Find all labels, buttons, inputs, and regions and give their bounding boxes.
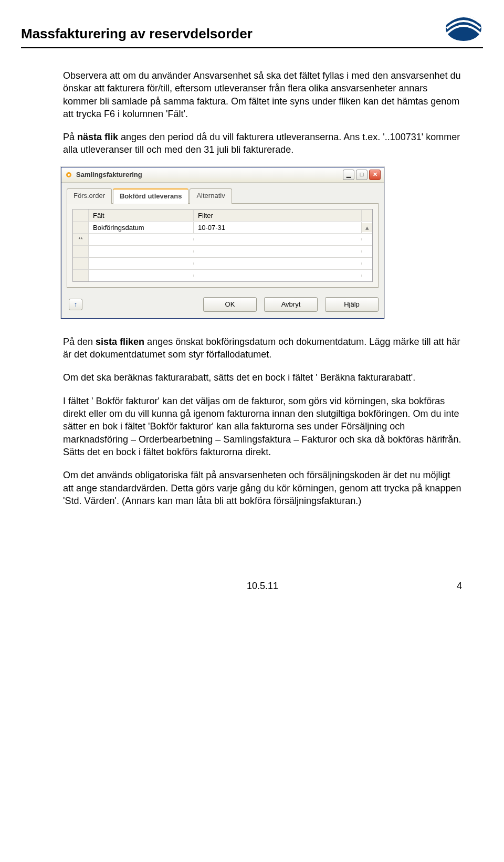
dialog-tabpanel: Fält Filter Bokföringsdatum 10-07-31 ▴ *… bbox=[67, 203, 379, 288]
window-minimize-button[interactable]: ▁ bbox=[343, 170, 354, 180]
p3-bold: sista fliken bbox=[96, 337, 144, 347]
body-paragraph-4: Om det ska beräknas fakturarabatt, sätts… bbox=[63, 371, 462, 384]
arrow-up-icon: ↑ bbox=[74, 300, 78, 309]
body-paragraph-6: Om det används obligatoriska fält på ans… bbox=[63, 469, 462, 507]
grid-new-row[interactable]: ** bbox=[73, 234, 372, 246]
body-paragraph-5: I fältet ' Bokför fakturor' kan det välj… bbox=[63, 395, 462, 458]
filter-grid: Fält Filter Bokföringsdatum 10-07-31 ▴ *… bbox=[72, 209, 373, 282]
dialog-titlebar[interactable]: Samlingsfakturering ▁ □ ✕ bbox=[61, 167, 384, 183]
tab-forsorder[interactable]: Förs.order bbox=[67, 188, 112, 204]
page-title: Massfakturering av reservdelsorder bbox=[21, 26, 253, 42]
grid-cell-blank2 bbox=[194, 250, 362, 253]
body-paragraph-1: Observera att om du använder Ansvarsenhe… bbox=[63, 69, 462, 120]
grid-header-field[interactable]: Fält bbox=[89, 210, 194, 222]
ok-button[interactable]: OK bbox=[203, 297, 257, 312]
close-icon: ✕ bbox=[373, 171, 377, 178]
grid-header-row: Fält Filter bbox=[73, 209, 372, 222]
company-logo bbox=[444, 15, 483, 42]
body-paragraph-3: På den sista fliken anges önskat bokföri… bbox=[63, 335, 462, 361]
grid-row-header-blank bbox=[73, 270, 89, 281]
grid-new-row-marker: ** bbox=[73, 234, 89, 245]
dialog-title: Samlingsfakturering bbox=[76, 170, 142, 180]
grid-cell-empty-field[interactable] bbox=[89, 238, 194, 240]
tab-bokford-utleverans[interactable]: Bokförd utleverans bbox=[113, 188, 188, 204]
window-close-button[interactable]: ✕ bbox=[369, 170, 381, 180]
p2-post: anges den period då du vill fakturera ut… bbox=[63, 132, 460, 155]
tab-alternativ[interactable]: Alternativ bbox=[190, 188, 232, 204]
grid-data-row[interactable]: Bokföringsdatum 10-07-31 ▴ bbox=[73, 222, 372, 234]
grid-cell-field[interactable]: Bokföringsdatum bbox=[89, 222, 194, 234]
window-maximize-button[interactable]: □ bbox=[356, 170, 368, 180]
p3-pre: På den bbox=[63, 337, 96, 347]
move-up-button[interactable]: ↑ bbox=[69, 299, 82, 310]
grid-cell-filter[interactable]: 10-07-31 bbox=[194, 222, 362, 234]
grid-corner bbox=[73, 209, 89, 221]
grid-cell-blank1 bbox=[89, 275, 194, 277]
grid-cell-blank1 bbox=[89, 250, 194, 253]
p2-pre: På bbox=[63, 132, 77, 142]
dialog-tabs: Förs.order Bokförd utleverans Alternativ bbox=[61, 183, 384, 204]
dialog-window: Samlingsfakturering ▁ □ ✕ Förs.order Bok… bbox=[61, 167, 384, 319]
grid-cell-empty-filter[interactable] bbox=[194, 238, 362, 240]
help-button[interactable]: Hjälp bbox=[325, 297, 379, 312]
grid-blank-row bbox=[73, 258, 372, 270]
svg-point-2 bbox=[68, 174, 70, 176]
footer-page-number: 4 bbox=[457, 581, 462, 592]
minimize-icon: ▁ bbox=[346, 171, 351, 178]
gear-icon bbox=[65, 171, 73, 179]
grid-row-header[interactable] bbox=[73, 222, 89, 233]
grid-cell-blank2 bbox=[194, 262, 362, 265]
grid-row-header-blank bbox=[73, 258, 89, 269]
grid-blank-row bbox=[73, 246, 372, 258]
grid-header-filter[interactable]: Filter bbox=[194, 210, 362, 222]
grid-blank-row bbox=[73, 270, 372, 281]
cancel-button[interactable]: Avbryt bbox=[264, 297, 318, 312]
p2-bold: nästa flik bbox=[77, 132, 118, 142]
grid-cell-blank1 bbox=[89, 262, 194, 265]
footer-date: 10.5.11 bbox=[247, 581, 278, 592]
grid-cell-blank2 bbox=[194, 275, 362, 277]
grid-row-header-blank bbox=[73, 246, 89, 257]
dialog-footer: ↑ OK Avbryt Hjälp bbox=[61, 293, 384, 318]
body-paragraph-2: På nästa flik anges den period då du vil… bbox=[63, 131, 462, 156]
maximize-icon: □ bbox=[360, 171, 364, 178]
grid-scroll-up[interactable]: ▴ bbox=[362, 223, 372, 233]
